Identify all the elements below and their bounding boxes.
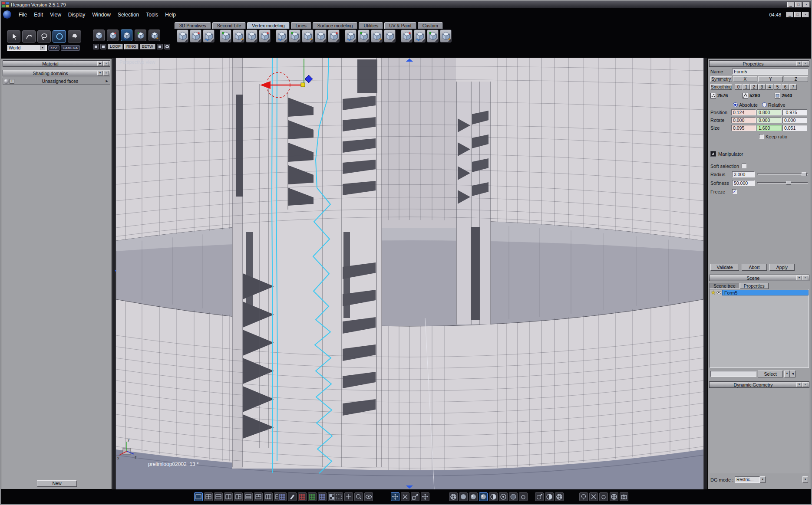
smoothing-4-button[interactable]: 4 (766, 84, 773, 90)
axis-y-button[interactable]: Y (758, 76, 782, 82)
dropdown-arrow-icon[interactable]: ▼ (760, 476, 766, 483)
size-z-field[interactable] (782, 125, 807, 131)
scene-tree[interactable]: Form5 (710, 289, 809, 368)
new-material-button[interactable]: New (37, 480, 77, 487)
viewport-left-scrollbar[interactable] (112, 58, 116, 489)
three-pane-right-icon[interactable] (234, 492, 243, 501)
scale-manipulator-icon[interactable] (411, 492, 419, 501)
modeling-tool-09-icon[interactable] (289, 30, 300, 43)
curve-select-icon[interactable] (22, 30, 36, 43)
tab-second-life[interactable]: Second Life (212, 22, 246, 29)
position-z-field[interactable] (782, 109, 807, 115)
magnifier-icon[interactable] (354, 492, 363, 501)
menu-edit[interactable]: Edit (30, 11, 46, 19)
half-shaded-sphere-icon[interactable] (545, 492, 554, 501)
maximize-button[interactable]: □ (795, 2, 802, 7)
dropdown-arrow-icon[interactable]: ▼ (40, 46, 45, 50)
tab-vertex-modeling[interactable]: Vertex modeling (247, 22, 289, 29)
titlebar[interactable]: Hexagon Version 2.5.1.79 ▁ □ × (1, 1, 811, 8)
modeling-tool-06-icon[interactable] (246, 30, 257, 43)
select-edges-icon[interactable] (107, 30, 119, 41)
tab-surface-modeling[interactable]: Surface modeling (313, 22, 358, 29)
lightbulb-icon[interactable] (579, 492, 588, 501)
smoothing-5-button[interactable]: 5 (774, 84, 781, 90)
half-wire-sphere-icon[interactable] (489, 492, 498, 501)
lasso-select-icon[interactable] (37, 30, 51, 43)
abort-button[interactable]: Abort (742, 264, 767, 271)
dg-mode-dropdown[interactable]: Restric... ▼ (735, 476, 766, 483)
two-rows-icon[interactable] (244, 492, 253, 501)
three-pane-bottom-icon[interactable] (254, 492, 263, 501)
menu-display[interactable]: Display (65, 11, 89, 19)
world-space-dropdown[interactable]: World ▼ (7, 45, 47, 51)
modeling-tool-15-icon[interactable] (371, 30, 383, 43)
select-button[interactable]: Select (758, 371, 783, 377)
modeling-tool-16-icon[interactable] (384, 30, 396, 43)
select-name-input[interactable] (710, 371, 756, 377)
diagonal-icon[interactable] (100, 44, 106, 49)
collapse-icon[interactable]: ▼ (796, 382, 802, 387)
viewport-canvas[interactable]: x y z Perspective view prelimloop02002_1… (116, 58, 703, 489)
tab-custom[interactable]: Custom (418, 22, 443, 29)
modeling-tool-13-icon[interactable] (345, 30, 356, 43)
dashed-box-icon[interactable] (334, 492, 343, 501)
flat-sphere-icon[interactable] (459, 492, 468, 501)
smoothing-7-button[interactable]: 7 (789, 84, 797, 90)
rotate-y-field[interactable] (757, 117, 782, 123)
modeling-tool-03-icon[interactable] (203, 30, 215, 43)
tree-item-label[interactable]: Form5 (722, 290, 809, 295)
two-columns-icon[interactable] (264, 492, 273, 501)
modeling-tool-20-icon[interactable] (440, 30, 452, 43)
mdi-minimize-button[interactable]: ▁ (786, 12, 793, 17)
smooth-sphere-icon[interactable] (469, 492, 478, 501)
tab-lines[interactable]: Lines (291, 22, 311, 29)
material-panel-header[interactable]: Material ▶ × (3, 60, 110, 67)
rotate-x-field[interactable] (731, 117, 756, 123)
blue-grid-icon[interactable] (318, 492, 327, 501)
smoothing-6-button[interactable]: 6 (782, 84, 789, 90)
close-icon[interactable]: × (802, 382, 808, 387)
axis-x-button[interactable]: X (733, 76, 757, 82)
dot-grid-icon[interactable] (93, 44, 99, 49)
ring-button[interactable]: RING (124, 44, 139, 49)
freeze-checkbox[interactable]: ✓ (732, 189, 737, 194)
modeling-tool-07-icon[interactable] (259, 30, 271, 43)
add-material-icon[interactable]: + (10, 79, 14, 84)
select-faces-icon[interactable] (121, 30, 132, 41)
loop-button[interactable]: LOOP (108, 44, 123, 49)
free-move-icon[interactable] (401, 492, 409, 501)
soft-selection-checkbox[interactable] (742, 164, 746, 168)
dotted-sphere-icon[interactable] (499, 492, 508, 501)
tab-scene-properties[interactable]: Properties (740, 283, 769, 289)
radius-slider[interactable] (757, 172, 808, 176)
validate-button[interactable]: Validate (710, 264, 739, 271)
modeling-tool-14-icon[interactable] (358, 30, 370, 43)
size-y-field[interactable] (757, 125, 782, 131)
small-sphere-icon[interactable] (519, 492, 528, 501)
close-icon[interactable]: × (802, 275, 808, 280)
menu-help[interactable]: Help (162, 11, 179, 19)
select-object-icon[interactable] (135, 30, 146, 41)
close-icon[interactable]: × (103, 71, 109, 75)
shading-domains-header[interactable]: Shading domains ▼ × (3, 70, 110, 76)
menu-view[interactable]: View (46, 11, 65, 19)
select-prev-icon[interactable]: ◀ (790, 371, 795, 377)
modeling-tool-05-icon[interactable] (233, 30, 244, 43)
modeling-tool-18-icon[interactable] (414, 30, 426, 43)
3d-scene[interactable]: x y z (116, 58, 703, 489)
close-icon[interactable]: × (802, 61, 808, 66)
soft-select-icon[interactable] (68, 30, 81, 43)
eye-icon[interactable] (364, 492, 373, 501)
scene-panel-header[interactable]: Scene ▼ × (709, 275, 809, 281)
smoothing-3-button[interactable]: 3 (758, 84, 766, 90)
softness-slider[interactable] (757, 181, 808, 185)
size-x-field[interactable] (731, 125, 756, 131)
viewport-right-scrollbar[interactable] (703, 58, 707, 489)
tab-3d-primitives[interactable]: 3D Primitives (175, 22, 211, 29)
axis-z-button[interactable]: Z (784, 76, 808, 82)
collapse-icon[interactable]: ▼ (796, 275, 802, 280)
relative-radio[interactable] (762, 102, 767, 107)
green-grid-icon[interactable] (308, 492, 317, 501)
uv-grid-icon[interactable] (278, 492, 287, 501)
ellipse-select-icon[interactable] (53, 30, 66, 43)
